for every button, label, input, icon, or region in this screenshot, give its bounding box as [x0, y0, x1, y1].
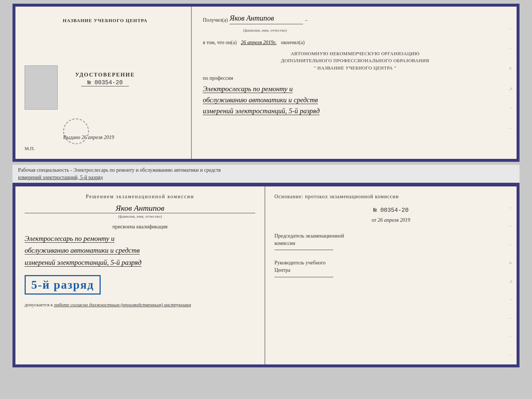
- udost-number: № 00354-20: [81, 79, 129, 86]
- predsedatel-line-1: Председатель экзаменационной: [274, 232, 507, 240]
- udost-block: УДОСТОВЕРЕНИЕ № 00354-20: [75, 72, 135, 86]
- qual-line-3: измерений электростанций, 5-й разряд: [25, 259, 141, 266]
- top-document: НАЗВАНИЕ УЧЕБНОГО ЦЕНТРА УДОСТОВЕРЕНИЕ №…: [12, 4, 520, 162]
- resheniyem-text: Решением экзаменационной комиссии: [25, 194, 255, 200]
- ot-date: от 26 апреля 2019: [274, 217, 507, 223]
- vtom-label: в том, что он(а): [203, 40, 237, 45]
- specialty-line-1: Рабочая специальность - Электрослесарь п…: [18, 167, 514, 174]
- udost-title: УДОСТОВЕРЕНИЕ: [75, 72, 135, 78]
- bottom-document: Решением экзаменационной комиссии Яков А…: [12, 184, 520, 367]
- profession-line-2: обслуживанию автоматики и средств: [203, 95, 507, 106]
- org-line-3: " НАЗВАНИЕ УЧЕБНОГО ЦЕНТРА ": [203, 64, 507, 72]
- vydano-block: Выдано 26 апреля 2019: [26, 135, 184, 140]
- working-specialty-label: Рабочая специальность - Электрослесарь п…: [12, 165, 520, 184]
- po-professii-label: по профессии: [203, 74, 507, 82]
- dash-1: –: [305, 16, 308, 24]
- poluchil-label: Получил(а): [203, 16, 228, 24]
- org-name-block: АВТОНОМНУЮ НЕКОММЕРЧЕСКУЮ ОРГАНИЗАЦИЮ ДО…: [203, 50, 507, 72]
- training-center-name: НАЗВАНИЕ УЧЕБНОГО ЦЕНТРА: [63, 18, 148, 24]
- rukovoditel-block: Руководитель учебного Центра: [274, 259, 507, 277]
- vtom-line: в том, что он(а) 26 апреля 2019г. окончи…: [203, 39, 507, 47]
- dopuskaetsya-value: работе согласно должностным (производств…: [54, 302, 191, 307]
- razryad-badge: 5-й разряд: [25, 275, 101, 295]
- org-line-1: АВТОНОМНУЮ НЕКОММЕРЧЕСКУЮ ОРГАНИЗАЦИЮ: [203, 50, 507, 57]
- predsedatel-block: Председатель экзаменационной комиссии: [274, 232, 507, 250]
- rukovoditel-line-1: Руководитель учебного: [274, 259, 507, 267]
- side-marks-bottom: – – – и ,а ← – – – –: [509, 205, 514, 376]
- top-doc-right: Получил(а) Яков Антипов – (фамилия, имя,…: [192, 7, 517, 159]
- qual-line-2: обслуживанию автоматики и средств: [25, 246, 140, 254]
- recipient-name-top: Яков Антипов: [230, 12, 303, 24]
- org-line-2: ДОПОЛНИТЕЛЬНОГО ПРОФЕССИОНАЛЬНОГО ОБРАЗО…: [203, 57, 507, 64]
- razryad-badge-container: 5-й разряд: [25, 271, 255, 298]
- recipient-name-bottom: Яков Антипов: [25, 203, 255, 213]
- qual-line-1: Электрослесарь по ремонту и: [25, 235, 115, 242]
- bottom-doc-left: Решением экзаменационной комиссии Яков А…: [15, 186, 265, 364]
- side-marks-top: – – и ,а ← –: [509, 25, 514, 132]
- fio-subtitle-top: (фамилия, имя, отчество): [203, 26, 507, 34]
- profession-line-3: измерений электростанций, 5-й разряд: [203, 106, 507, 117]
- vtom-date: 26 апреля 2019г.: [241, 40, 277, 45]
- dopuskaetsya-text: допускается к работе согласно должностны…: [25, 301, 255, 309]
- profession-text-top: Электрослесарь по ремонту и обслуживанию…: [203, 83, 507, 117]
- predsedatel-signature: [274, 250, 333, 250]
- mp-label: М.П.: [25, 146, 35, 152]
- profession-line-1: Электрослесарь по ремонту и: [203, 83, 507, 95]
- ot-label: от: [372, 217, 377, 223]
- rukovoditel-signature: [274, 277, 333, 277]
- okonchil-label: окончил(а): [281, 40, 305, 45]
- stamp-circle: [63, 118, 89, 144]
- photo-placeholder: [25, 65, 58, 110]
- dopuskaetsya-label: допускается к: [25, 302, 53, 307]
- osnovanie-text: Основание: протокол экзаменационной коми…: [274, 194, 507, 200]
- top-doc-left: НАЗВАНИЕ УЧЕБНОГО ЦЕНТРА УДОСТОВЕРЕНИЕ №…: [15, 7, 192, 159]
- qualification-text: Электрослесарь по ремонту и обслуживанию…: [25, 233, 255, 268]
- predsedatel-line-2: комиссии: [274, 240, 507, 247]
- prisvoyena-text: присвоена квалификация: [25, 224, 255, 230]
- poluchil-line: Получил(а) Яков Антипов –: [203, 12, 507, 24]
- protocol-number: № 00354-20: [274, 207, 507, 214]
- ot-date-value: 26 апреля 2019: [378, 217, 410, 223]
- rukovoditel-line-2: Центра: [274, 267, 507, 274]
- fio-subtitle-bottom: (фамилия, имя, отчество): [25, 214, 255, 218]
- bottom-doc-right: Основание: протокол экзаменационной коми…: [265, 186, 517, 364]
- specialty-line-2: измерений электростанций, 5-й разряд: [18, 174, 514, 181]
